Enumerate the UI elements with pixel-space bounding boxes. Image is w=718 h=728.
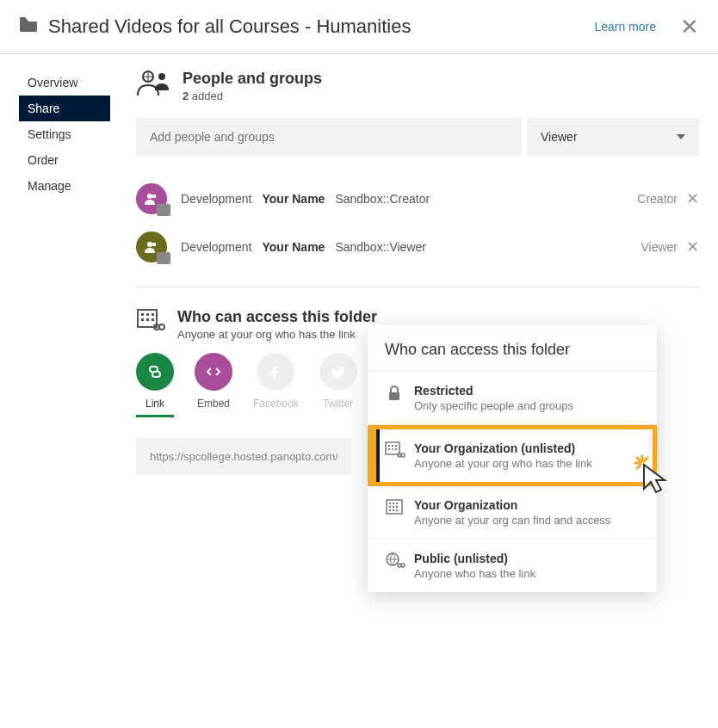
svg-rect-27 [389,503,391,504]
access-dropdown: Who can access this folder Restricted On… [368,325,657,592]
close-icon[interactable]: ✕ [680,15,699,38]
svg-rect-20 [395,445,397,447]
page-title: Shared Videos for all Courses - Humaniti… [48,15,594,38]
lock-icon [385,384,414,406]
add-people-input[interactable] [136,118,522,156]
svg-rect-34 [393,509,394,511]
svg-point-5 [147,242,152,247]
chevron-down-icon [677,134,685,139]
avatar [136,183,167,214]
org-link-icon [385,441,414,464]
person-role-group: Sandbox::Creator [335,192,430,206]
svg-point-4 [152,194,156,198]
dialog-header: Shared Videos for all Courses - Humaniti… [0,0,718,54]
share-option-link[interactable]: Link [136,353,174,417]
role-select[interactable]: Viewer [527,118,699,156]
person-role-label: Creator [637,192,678,206]
people-icon [136,70,170,102]
svg-rect-16 [389,392,399,400]
people-count: 2 added [183,89,322,102]
person-name: Your Name [263,240,325,254]
svg-rect-30 [389,506,391,508]
person-row: Development Your Name Sandbox::Creator C… [136,175,699,223]
dropdown-option-org[interactable]: Your Organization Anyone at your org can… [368,486,657,540]
svg-rect-32 [396,506,398,508]
person-role-group: Sandbox::Viewer [335,240,426,254]
svg-rect-11 [141,318,144,321]
access-title: Who can access this folder [177,308,377,326]
people-section-header: People and groups 2 added [136,70,699,102]
sidebar-item-settings[interactable]: Settings [19,121,110,147]
building-badge-icon [157,252,170,264]
person-name: Your Name [263,192,325,206]
person-role-label: Viewer [641,240,678,254]
share-option-facebook[interactable]: Facebook [253,353,299,417]
share-url-field[interactable] [136,438,351,475]
person-dev: Development [181,240,252,254]
svg-rect-29 [396,503,398,504]
svg-rect-0 [20,17,26,20]
svg-rect-33 [389,509,391,511]
globe-link-icon [385,552,414,574]
sidebar-item-overview[interactable]: Overview [19,70,110,96]
dropdown-option-public-unlisted[interactable]: Public (unlisted) Anyone who has the lin… [368,540,657,592]
svg-rect-35 [396,509,398,511]
svg-rect-10 [152,313,154,316]
dropdown-title: Who can access this folder [368,325,657,371]
svg-rect-13 [152,318,154,321]
person-row: Development Your Name Sandbox::Viewer Vi… [136,223,699,271]
svg-point-38 [401,564,405,567]
svg-point-25 [401,453,405,457]
svg-rect-22 [392,448,393,450]
share-option-embed[interactable]: Embed [195,353,232,417]
sidebar-item-manage[interactable]: Manage [19,173,110,199]
dropdown-option-restricted[interactable]: Restricted Only specific people and grou… [368,372,657,425]
svg-point-6 [152,243,156,246]
role-select-value: Viewer [541,130,578,144]
svg-rect-28 [393,503,394,504]
svg-point-3 [147,194,152,199]
svg-rect-18 [388,445,390,447]
svg-rect-21 [388,448,390,450]
sidebar-item-share[interactable]: Share [19,96,110,121]
svg-rect-9 [146,313,149,316]
access-subtitle: Anyone at your org who has the link [177,328,377,341]
svg-rect-23 [395,448,397,450]
remove-person-icon[interactable]: ✕ [686,189,699,208]
dropdown-option-org-unlisted[interactable]: Your Organization (unlisted) Anyone at y… [368,425,657,486]
building-icon [385,498,414,519]
org-link-icon [136,308,165,337]
svg-point-15 [159,324,164,330]
building-badge-icon [157,204,170,216]
avatar [136,231,167,262]
svg-rect-31 [393,506,394,508]
person-dev: Development [181,192,252,206]
svg-rect-8 [141,313,144,316]
sidebar: Overview Share Settings Order Manage [0,70,110,475]
svg-rect-19 [392,445,393,447]
sidebar-item-order[interactable]: Order [19,147,110,173]
svg-rect-12 [146,318,149,321]
svg-point-2 [158,73,165,80]
folder-icon [19,17,38,36]
learn-more-link[interactable]: Learn more [594,20,656,34]
people-title: People and groups [183,70,322,88]
divider [136,287,699,287]
share-option-twitter[interactable]: Twitter [319,353,357,417]
remove-person-icon[interactable]: ✕ [686,238,699,256]
